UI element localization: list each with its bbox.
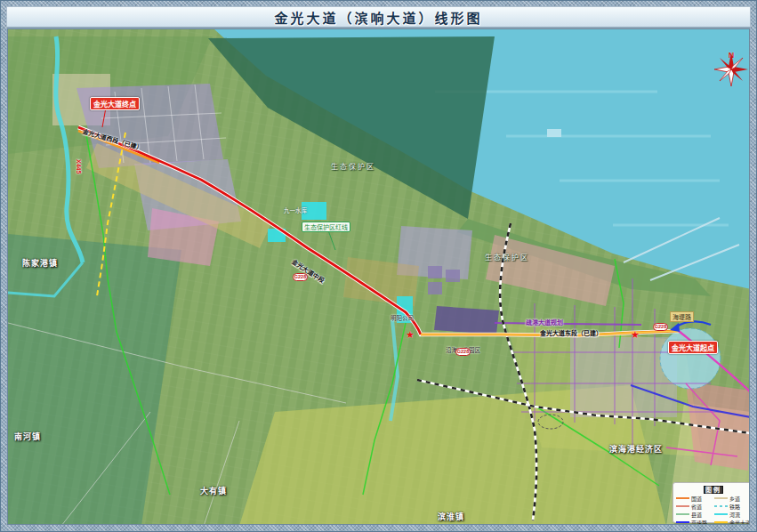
- legend-item: 高速路: [676, 519, 711, 525]
- road-shield: G228: [653, 323, 668, 331]
- legend-item: 河流: [714, 511, 750, 518]
- town-label: 南河镇: [14, 431, 41, 442]
- seawall-road-label: 海堤路: [670, 311, 694, 322]
- legend-items: 国道乡道省道铁路县道河流高速路金光大道: [676, 495, 750, 525]
- district-label: 滨海港经济区: [609, 443, 663, 455]
- planned-road-label: 疏港大道规划: [526, 318, 563, 326]
- road-endpoint-label: 金光大道终点: [90, 97, 140, 110]
- legend: 图例 国道乡道省道铁路县道河流高速路金光大道: [672, 482, 750, 523]
- eco-redline-label: 生态保护区红线: [302, 222, 350, 232]
- key-node-star: ★: [406, 330, 415, 339]
- eco-area-label: 生态保护区: [485, 252, 529, 262]
- eco-area-label: 生态保护区: [331, 161, 375, 171]
- company-label: 明阳公司: [391, 313, 414, 322]
- legend-swatch-icon: [676, 521, 689, 523]
- map-sheet-frame: 金光大道（滨响大道）线形图: [0, 0, 757, 532]
- legend-label: 乡道: [729, 495, 740, 503]
- legend-label: 高速路: [691, 519, 707, 526]
- compass-rose: N: [713, 51, 750, 97]
- road-startpoint-label: 金光大道起点: [668, 341, 718, 354]
- legend-swatch-icon: [714, 513, 728, 515]
- legend-label: 县道: [691, 511, 702, 519]
- legend-swatch-icon: [676, 505, 689, 507]
- legend-swatch-icon: [714, 521, 728, 523]
- legend-swatch-icon: [714, 497, 728, 499]
- legend-item: 乡道: [714, 495, 750, 502]
- legend-label: 金光大道: [729, 519, 750, 526]
- legend-item: 金光大道: [714, 519, 750, 525]
- legend-swatch-icon: [676, 497, 689, 499]
- town-label: 陈家港镇: [22, 257, 58, 269]
- legend-swatch-icon: [676, 513, 689, 515]
- page-title: 金光大道（滨响大道）线形图: [274, 8, 482, 27]
- town-label: 大有镇: [200, 485, 227, 496]
- road-shield: G228: [293, 273, 308, 281]
- road-section-label: 金光大道东段（已建）: [540, 328, 602, 337]
- map-canvas[interactable]: N 金光大道终点金光大道起点生态保护区红线海堤路陈家港镇南河镇大有镇滨淮镇滨海港…: [7, 28, 750, 525]
- title-bar: 金光大道（滨响大道）线形图: [6, 6, 751, 28]
- legend-swatch-icon: [714, 505, 728, 507]
- legend-item: 铁路: [714, 503, 750, 510]
- road-shield: G228: [455, 348, 471, 356]
- legend-label: 铁路: [729, 503, 740, 511]
- legend-label: 河流: [729, 511, 740, 519]
- legend-label: 省道: [691, 503, 702, 511]
- legend-item: 县道: [676, 511, 711, 518]
- legend-item: 省道: [676, 503, 711, 510]
- legend-label: 国道: [691, 495, 702, 503]
- town-label: 滨淮镇: [438, 511, 464, 522]
- legend-item: 国道: [676, 495, 711, 502]
- county-road-number: X445: [76, 159, 82, 173]
- reservoir-label: 九一水库: [284, 206, 307, 214]
- legend-title: 图例: [676, 485, 750, 494]
- key-node-star: ★: [631, 330, 640, 339]
- compass-icon: [713, 51, 750, 88]
